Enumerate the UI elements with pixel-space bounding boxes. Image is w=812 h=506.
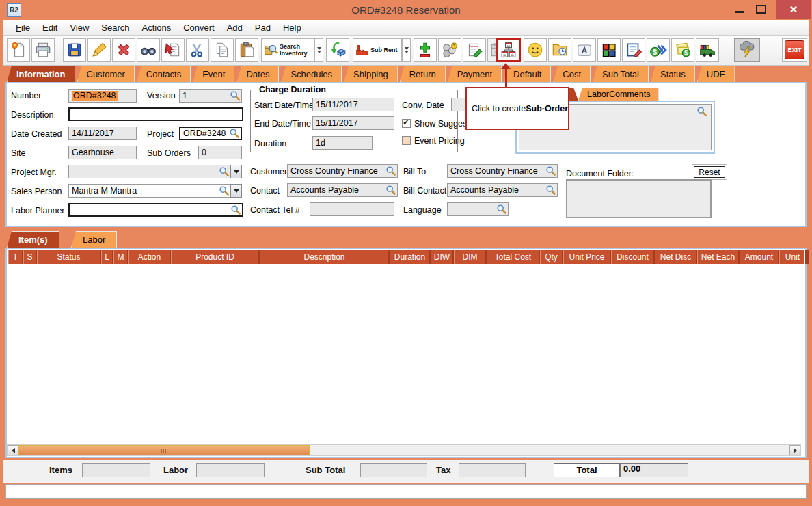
column-header-diw[interactable]: DIW xyxy=(431,250,454,264)
menu-actions[interactable]: Actions xyxy=(136,21,178,34)
tab-event[interactable]: Event xyxy=(193,66,234,82)
horizontal-scrollbar[interactable] xyxy=(7,444,801,456)
tab-contacts[interactable]: Contacts xyxy=(137,66,191,82)
column-header-dim[interactable]: DIM xyxy=(454,250,487,264)
tab-items[interactable]: Item(s) xyxy=(7,231,59,248)
inventory-blocks-button[interactable] xyxy=(597,38,621,62)
column-header-description[interactable]: Description xyxy=(260,250,390,264)
tab-dates[interactable]: Dates xyxy=(236,66,279,82)
sub-rent-dropdown[interactable] xyxy=(402,38,411,62)
menu-add[interactable]: Add xyxy=(221,21,249,34)
contact-tel-field[interactable] xyxy=(310,202,394,216)
convert-order-button[interactable] xyxy=(326,38,349,62)
duration-field[interactable]: 1d xyxy=(312,136,373,150)
customer-button[interactable] xyxy=(524,38,547,62)
event-pricing-checkbox[interactable] xyxy=(402,136,411,145)
customer-lookup-icon[interactable] xyxy=(385,165,396,176)
reset-button[interactable]: Reset xyxy=(694,166,725,178)
sub-rent-button[interactable]: Sub Rent xyxy=(353,38,402,62)
notepad-button[interactable] xyxy=(463,38,486,62)
shortcut-key-button[interactable] xyxy=(573,38,596,62)
kit-components-button[interactable] xyxy=(438,38,461,62)
show-suggestions-checkbox[interactable] xyxy=(402,119,411,128)
column-header-s[interactable]: S xyxy=(23,250,37,264)
create-sub-order-button[interactable] xyxy=(496,38,521,62)
paste-button[interactable] xyxy=(235,38,258,62)
copy-to-order-button[interactable] xyxy=(161,38,185,62)
maximize-button[interactable] xyxy=(753,0,771,19)
menu-search[interactable]: Search xyxy=(95,21,135,34)
sales-person-field[interactable]: Mantra M Mantra xyxy=(68,184,231,198)
column-header-total-cost[interactable]: Total Cost xyxy=(487,250,540,264)
sub-orders-field[interactable]: 0 xyxy=(198,146,242,159)
tab-sub-total[interactable]: Sub Total xyxy=(593,66,649,82)
sales-person-dropdown[interactable] xyxy=(230,184,242,198)
version-lookup-icon[interactable] xyxy=(230,90,241,101)
column-header-unit-price[interactable]: Unit Price xyxy=(563,250,611,264)
find-button[interactable] xyxy=(137,38,160,62)
bill-contact-lookup-icon[interactable] xyxy=(545,185,556,196)
date-created-field[interactable]: 14/11/2017 xyxy=(68,126,137,140)
add-remove-button[interactable] xyxy=(414,38,437,62)
scrollbar-thumb[interactable] xyxy=(18,445,310,455)
column-header-l[interactable]: L xyxy=(101,250,113,264)
column-header-amount[interactable]: Amount xyxy=(740,250,779,264)
column-header-unit[interactable]: Unit xyxy=(779,250,807,264)
sales-person-lookup-icon[interactable] xyxy=(219,185,230,196)
menu-view[interactable]: View xyxy=(64,21,95,34)
minimize-button[interactable] xyxy=(733,0,750,19)
bill-to-field[interactable]: Cross Country Finance xyxy=(447,164,558,178)
close-button[interactable]: ✕ xyxy=(776,0,811,19)
column-header-product-id[interactable]: Product ID xyxy=(171,250,260,264)
contact-lookup-icon[interactable] xyxy=(385,185,396,196)
project-mgr-field[interactable] xyxy=(68,165,231,178)
cut-button[interactable] xyxy=(186,38,209,62)
quick-action-button[interactable] xyxy=(734,38,760,62)
search-inventory-dropdown[interactable] xyxy=(314,38,323,62)
new-document-button[interactable] xyxy=(7,38,30,62)
project-mgr-dropdown[interactable] xyxy=(230,165,242,178)
edit-document-button[interactable] xyxy=(622,38,645,62)
tab-cost[interactable]: Cost xyxy=(553,66,591,82)
items-table-body[interactable] xyxy=(8,264,804,442)
column-header-m[interactable]: M xyxy=(113,250,128,264)
version-field[interactable]: 1 xyxy=(179,89,242,103)
menu-file[interactable]: File xyxy=(10,21,36,34)
history-folder-button[interactable] xyxy=(548,38,571,62)
menu-pad[interactable]: Pad xyxy=(249,21,277,34)
document-folder-box[interactable] xyxy=(566,179,712,218)
site-field[interactable]: Gearhouse xyxy=(68,146,137,159)
column-header-net-each[interactable]: Net Each xyxy=(697,250,740,264)
column-header-action[interactable]: Action xyxy=(128,250,171,264)
scroll-left-button[interactable] xyxy=(8,445,18,455)
tab-udf[interactable]: UDF xyxy=(697,66,735,82)
end-date-field[interactable]: 15/11/2017 xyxy=(312,116,394,130)
project-mgr-lookup-icon[interactable] xyxy=(219,166,230,177)
tab-schedules[interactable]: Schedules xyxy=(281,66,342,82)
tab-return[interactable]: Return xyxy=(400,66,446,82)
labor-planner-lookup-icon[interactable] xyxy=(230,204,241,215)
column-header-qty[interactable]: Qty xyxy=(540,250,563,264)
contact-field[interactable]: Accounts Payable xyxy=(287,183,398,197)
tab-shipping[interactable]: Shipping xyxy=(344,66,398,82)
bill-to-lookup-icon[interactable] xyxy=(545,165,556,176)
delete-button[interactable] xyxy=(112,38,135,62)
column-header-net-disc[interactable]: Net Disc xyxy=(655,250,697,264)
send-invoice-button[interactable]: $ xyxy=(647,38,670,62)
description-field[interactable] xyxy=(68,107,243,121)
tab-labor[interactable]: Labor xyxy=(71,231,117,248)
labor-comments-tab[interactable]: LaborComments xyxy=(578,88,659,101)
tab-payment[interactable]: Payment xyxy=(448,66,502,82)
exit-button[interactable]: EXIT xyxy=(782,38,807,62)
customer-field[interactable]: Cross Country Finance xyxy=(287,164,398,178)
tab-customer[interactable]: Customer xyxy=(77,66,135,82)
column-header-discount[interactable]: Discount xyxy=(611,250,655,264)
bill-contact-field[interactable]: Accounts Payable xyxy=(447,183,558,197)
start-date-field[interactable]: 15/11/2017 xyxy=(312,98,394,111)
column-header-t[interactable]: T xyxy=(8,250,23,264)
scroll-right-button[interactable] xyxy=(789,445,800,455)
language-field[interactable] xyxy=(447,202,509,216)
comments-lookup-icon[interactable] xyxy=(696,106,707,117)
project-lookup-icon[interactable] xyxy=(229,128,240,139)
billing-notes-button[interactable]: $ xyxy=(671,38,694,62)
